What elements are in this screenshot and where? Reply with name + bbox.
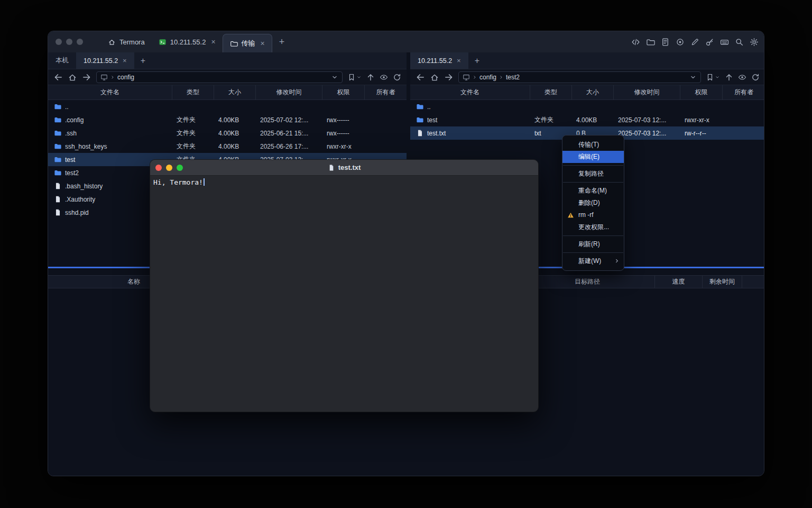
editor-content[interactable]: Hi, Termora!: [150, 176, 538, 189]
menu-item-refresh[interactable]: 刷新(R): [562, 238, 624, 250]
path-segment[interactable]: test2: [506, 74, 520, 81]
file-type-cell: 文件夹: [172, 113, 214, 126]
show-hidden-eye-icon[interactable]: [380, 73, 388, 81]
chevron-down-icon[interactable]: [689, 74, 697, 81]
column-header-type[interactable]: 类型: [530, 85, 572, 99]
column-header-target-path[interactable]: 目标路径: [520, 276, 655, 288]
column-header-name[interactable]: 文件名: [48, 85, 172, 99]
key-icon[interactable]: [705, 38, 714, 47]
file-mtime-cell: 2025-07-03 12:...: [614, 113, 680, 126]
right-path-bar[interactable]: config test2: [458, 71, 701, 83]
right-panel-tabs: 10.211.55.2 × +: [410, 52, 764, 69]
submenu-chevron-icon: [614, 258, 620, 264]
column-header-mtime[interactable]: 修改时间: [256, 85, 322, 99]
right-new-tab-button[interactable]: +: [468, 52, 486, 69]
keyboard-icon[interactable]: [720, 38, 729, 47]
column-header-perm[interactable]: 权限: [680, 85, 723, 99]
log-icon[interactable]: [661, 38, 670, 47]
file-row[interactable]: .config 文件夹 4.00KB 2025-07-02 12:... rwx…: [48, 113, 407, 126]
path-segment[interactable]: config: [117, 74, 134, 81]
editor-titlebar[interactable]: test.txt: [150, 160, 538, 176]
back-icon[interactable]: [416, 72, 425, 82]
editor-window: test.txt Hi, Termora!: [150, 159, 539, 412]
tab-local[interactable]: 本机: [48, 52, 76, 69]
menu-item-copy-path[interactable]: 复制路径: [562, 168, 624, 180]
zoom-window-button[interactable]: [77, 39, 83, 45]
bookmark-button[interactable]: [706, 73, 720, 81]
file-row[interactable]: ..: [410, 100, 764, 113]
chevron-right-icon: [110, 75, 115, 80]
code-icon[interactable]: [631, 38, 640, 47]
search-icon[interactable]: [735, 38, 744, 47]
path-segment[interactable]: config: [479, 74, 496, 81]
parent-directory-icon[interactable]: [366, 73, 375, 81]
minimize-window-button[interactable]: [66, 39, 72, 45]
folder-icon[interactable]: [646, 38, 655, 47]
settings-gear-icon[interactable]: [750, 38, 759, 47]
menu-item-rm-rf[interactable]: rm -rf: [562, 209, 624, 221]
back-icon[interactable]: [53, 72, 63, 82]
column-header-mtime[interactable]: 修改时间: [614, 85, 680, 99]
forward-icon[interactable]: [444, 72, 454, 82]
file-size-cell: 4.00KB: [214, 126, 256, 140]
bookmark-button[interactable]: [347, 73, 362, 81]
parent-directory-icon[interactable]: [725, 73, 733, 81]
close-tab-icon[interactable]: ×: [123, 57, 127, 65]
close-window-button[interactable]: [155, 165, 162, 171]
home-icon[interactable]: [68, 72, 77, 82]
menu-item-rename[interactable]: 重命名(M): [562, 185, 624, 197]
file-mtime-cell: 2025-06-26 17:...: [256, 140, 322, 153]
refresh-icon[interactable]: [751, 73, 760, 81]
tab-left-host[interactable]: 10.211.55.2 ×: [76, 52, 134, 69]
file-row[interactable]: ssh_host_keys 文件夹 4.00KB 2025-06-26 17:.…: [48, 140, 407, 153]
close-tab-icon[interactable]: ×: [261, 39, 265, 48]
file-perm-cell: rwx------: [322, 113, 365, 126]
close-window-button[interactable]: [56, 39, 62, 45]
menu-separator: [563, 252, 623, 253]
column-header-type[interactable]: 类型: [172, 85, 214, 99]
show-hidden-eye-icon[interactable]: [738, 73, 746, 81]
left-path-bar[interactable]: config: [96, 71, 343, 83]
edit-icon[interactable]: [690, 38, 699, 47]
context-menu: 传输(T) 编辑(E) 复制路径 重命名(M) 删除(D) rm -rf 更改权…: [562, 135, 624, 271]
desktop-background: Termora 10.211.55.2 × 传输 × +: [0, 0, 812, 508]
file-size-cell: 4.00KB: [214, 113, 256, 126]
column-header-remaining[interactable]: 剩余时间: [703, 276, 742, 288]
column-header-name[interactable]: 文件名: [410, 85, 530, 99]
tab-right-host[interactable]: 10.211.55.2 ×: [410, 52, 468, 69]
close-tab-icon[interactable]: ×: [211, 38, 215, 46]
column-header-perm[interactable]: 权限: [322, 85, 365, 99]
column-header-owner[interactable]: 所有者: [365, 85, 407, 99]
file-owner-cell: [365, 140, 407, 153]
file-row[interactable]: test 文件夹 4.00KB 2025-07-03 12:... rwxr-x…: [410, 113, 764, 126]
tab-transfer[interactable]: 传输 ×: [223, 34, 272, 52]
menu-item-new[interactable]: 新建(W): [562, 255, 624, 267]
editor-title-label: test.txt: [338, 164, 361, 171]
minimize-window-button[interactable]: [166, 165, 172, 171]
chevron-down-icon: [715, 75, 720, 80]
bookmark-icon: [706, 73, 714, 81]
file-row[interactable]: ..: [48, 100, 407, 113]
zoom-window-button[interactable]: [177, 165, 183, 171]
file-row[interactable]: .ssh 文件夹 4.00KB 2025-06-21 15:... rwx---…: [48, 126, 407, 140]
refresh-icon[interactable]: [393, 73, 401, 81]
menu-item-transfer[interactable]: 传输(T): [562, 139, 624, 151]
menu-item-chmod[interactable]: 更改权限...: [562, 221, 624, 233]
column-header-size[interactable]: 大小: [214, 85, 256, 99]
tab-termora[interactable]: Termora: [101, 31, 152, 52]
folder-icon: [416, 103, 424, 111]
forward-icon[interactable]: [82, 72, 91, 82]
close-tab-icon[interactable]: ×: [457, 57, 461, 65]
chevron-down-icon[interactable]: [331, 74, 338, 81]
folder-icon: [54, 142, 62, 150]
tab-host-session[interactable]: 10.211.55.2 ×: [152, 31, 223, 52]
left-new-tab-button[interactable]: +: [134, 52, 152, 69]
column-header-size[interactable]: 大小: [572, 85, 614, 99]
menu-item-delete[interactable]: 删除(D): [562, 197, 624, 209]
menu-item-edit[interactable]: 编辑(E): [562, 151, 624, 163]
new-tab-button[interactable]: +: [272, 37, 292, 48]
column-header-owner[interactable]: 所有者: [723, 85, 764, 99]
column-header-speed[interactable]: 速度: [655, 276, 703, 288]
home-icon[interactable]: [430, 72, 439, 82]
record-icon[interactable]: [676, 38, 685, 47]
